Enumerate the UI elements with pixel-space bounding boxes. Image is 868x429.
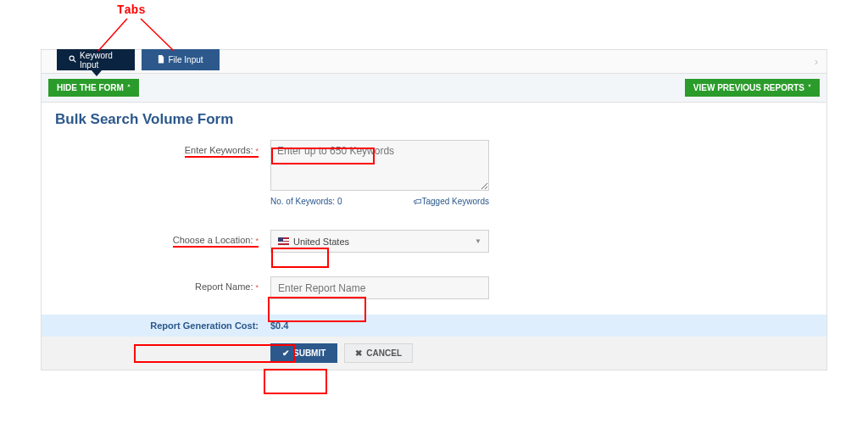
svg-line-0 [98,19,127,51]
row-location: Choose a Location:* United States ▼ [55,230,813,253]
button-label: VIEW PREVIOUS REPORTS [693,83,804,92]
annotation-tabs-label: Tabs [117,3,146,17]
tab-label: Keyword Input [80,51,123,70]
svg-line-3 [74,60,76,63]
tab-keyword-input[interactable]: Keyword Input [57,49,135,70]
chevron-right-icon[interactable]: › [815,56,818,68]
search-icon [69,55,76,64]
svg-line-1 [141,19,174,51]
highlight-submit [264,369,327,394]
location-select[interactable]: United States ▼ [270,230,489,253]
keywords-textarea[interactable] [270,140,489,191]
cancel-button[interactable]: ✖ CANCEL [344,343,413,363]
close-icon: ✖ [355,348,362,358]
report-name-label: Report Name:* [195,281,259,292]
button-label: CANCEL [366,348,402,358]
svg-point-2 [70,56,74,60]
form-body: Enter Keywords:* No. of Keywords: 0 🏷Tag… [42,140,826,299]
button-label: SUBMIT [293,348,326,358]
label-col: Enter Keywords:* [55,140,270,158]
submit-button[interactable]: ✔ SUBMIT [270,343,337,363]
button-label: HIDE THE FORM [57,83,124,92]
label-col: Report Name:* [55,276,270,292]
file-icon [158,55,164,65]
cost-value: $0.4 [270,320,288,331]
tabs-row: Keyword Input File Input › [42,50,826,74]
location-label: Choose a Location:* [173,235,259,248]
app-shell: Keyword Input File Input › HIDE THE FORM… [41,49,827,370]
form-toolbar: HIDE THE FORM ˄ VIEW PREVIOUS REPORTS ˅ [42,74,826,103]
chevron-up-icon: ˄ [127,84,131,92]
cost-label: Report Generation Cost: [55,320,270,331]
check-icon: ✔ [282,348,289,358]
control-col: United States ▼ [270,230,813,253]
tagged-keywords-link[interactable]: 🏷Tagged Keywords [414,197,490,206]
form-title: Bulk Search Volume Form [42,103,826,140]
view-previous-reports-button[interactable]: VIEW PREVIOUS REPORTS ˅ [685,79,820,97]
report-name-input[interactable] [270,276,489,299]
control-col [270,276,813,299]
keywords-label: Enter Keywords:* [185,145,259,158]
label-col: Choose a Location:* [55,230,270,248]
control-col: No. of Keywords: 0 🏷Tagged Keywords [270,140,813,206]
tab-file-input[interactable]: File Input [142,49,220,70]
cost-bar: Report Generation Cost: $0.4 [42,315,826,337]
tag-icon: 🏷 [414,197,422,206]
tab-label: File Input [168,55,203,64]
chevron-down-icon: ˅ [808,84,811,92]
caret-down-icon: ▼ [475,237,481,245]
us-flag-icon [278,237,289,245]
row-report-name: Report Name:* [55,276,813,299]
hide-form-button[interactable]: HIDE THE FORM ˄ [48,79,139,97]
location-value: United States [293,237,349,247]
active-tab-pointer [92,70,102,76]
row-keywords: Enter Keywords:* No. of Keywords: 0 🏷Tag… [55,140,813,206]
keywords-count: No. of Keywords: 0 [270,197,342,206]
actions-bar: ✔ SUBMIT ✖ CANCEL [42,337,826,370]
